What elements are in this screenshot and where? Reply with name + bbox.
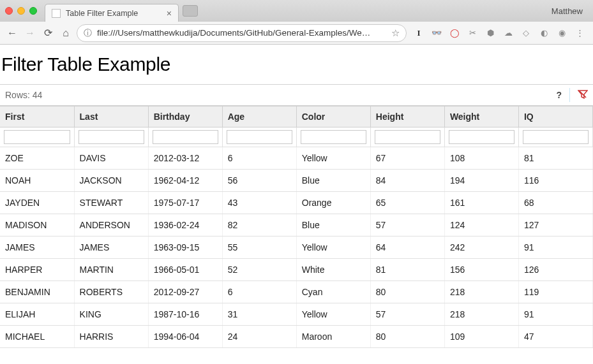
cell-age: 6 bbox=[222, 281, 296, 303]
cell-first: ELIJAH bbox=[0, 303, 74, 326]
filter-last[interactable] bbox=[79, 130, 144, 144]
cell-height: 57 bbox=[370, 214, 444, 237]
table-row[interactable]: JAMESJAMES1963-09-1555Yellow6424291 bbox=[0, 237, 593, 259]
table-row[interactable]: JAYDENSTEWART1975-07-1743Orange6516168 bbox=[0, 192, 593, 214]
profile-name[interactable]: Matthew bbox=[552, 6, 588, 16]
close-tab-button[interactable]: × bbox=[167, 8, 172, 18]
cell-color: Yellow bbox=[296, 237, 370, 259]
favicon-icon bbox=[52, 9, 61, 18]
cell-iq: 126 bbox=[518, 259, 592, 281]
table-row[interactable]: ZOEDAVIS2012-03-126Yellow6710881 bbox=[0, 147, 593, 170]
col-header-first[interactable]: First bbox=[0, 106, 74, 127]
cell-color: Yellow bbox=[296, 303, 370, 326]
forward-button[interactable]: → bbox=[23, 26, 37, 40]
page-content: Filter Table Example Rows: 44 ? First La… bbox=[0, 45, 593, 348]
svg-line-0 bbox=[580, 91, 586, 98]
cell-weight: 218 bbox=[444, 281, 518, 303]
col-header-iq[interactable]: IQ bbox=[518, 106, 592, 127]
menu-button[interactable]: ⋮ bbox=[574, 27, 585, 39]
cell-height: 80 bbox=[370, 281, 444, 303]
cell-last: HARRIS bbox=[74, 326, 148, 348]
filter-birthday[interactable] bbox=[153, 130, 218, 144]
back-button[interactable]: ← bbox=[5, 26, 19, 40]
cell-iq: 116 bbox=[518, 170, 592, 192]
extension-icon[interactable]: ✂ bbox=[467, 27, 478, 39]
cell-birthday: 2012-09-27 bbox=[148, 281, 222, 303]
cell-first: NOAH bbox=[0, 170, 74, 192]
cell-first: MADISON bbox=[0, 214, 74, 237]
browser-tab[interactable]: Table Filter Example × bbox=[45, 4, 179, 22]
col-header-last[interactable]: Last bbox=[74, 106, 148, 127]
cell-height: 80 bbox=[370, 326, 444, 348]
table-row[interactable]: MICHAELHARRIS1994-06-0424Maroon8010947 bbox=[0, 326, 593, 348]
cell-height: 57 bbox=[370, 303, 444, 326]
help-button[interactable]: ? bbox=[556, 90, 562, 100]
cell-color: White bbox=[296, 259, 370, 281]
cell-birthday: 2012-03-12 bbox=[148, 147, 222, 170]
table-row[interactable]: MADISONANDERSON1936-02-2482Blue57124127 bbox=[0, 214, 593, 237]
cell-last: DAVIS bbox=[74, 147, 148, 170]
cell-birthday: 1975-07-17 bbox=[148, 192, 222, 214]
filter-row bbox=[0, 127, 593, 147]
col-header-age[interactable]: Age bbox=[222, 106, 296, 127]
maximize-window-button[interactable] bbox=[29, 7, 37, 15]
cell-age: 82 bbox=[222, 214, 296, 237]
cell-color: Blue bbox=[296, 170, 370, 192]
cell-age: 43 bbox=[222, 192, 296, 214]
extension-icon[interactable]: ◐ bbox=[538, 27, 550, 39]
address-bar[interactable]: ⓘ file:///Users/matthewkudija/Documents/… bbox=[77, 24, 407, 42]
filter-height[interactable] bbox=[375, 130, 440, 144]
table-row[interactable]: BENJAMINROBERTS2012-09-276Cyan80218119 bbox=[0, 281, 593, 303]
table-row[interactable]: ELIJAHKING1987-10-1631Yellow5721891 bbox=[0, 303, 593, 326]
extension-icon[interactable]: 👓 bbox=[431, 27, 442, 39]
col-header-height[interactable]: Height bbox=[370, 106, 444, 127]
cell-color: Orange bbox=[296, 192, 370, 214]
titlebar: Table Filter Example × Matthew bbox=[0, 0, 593, 22]
table-row[interactable]: HARPERMARTIN1966-05-0152White81156126 bbox=[0, 259, 593, 281]
col-header-color[interactable]: Color bbox=[296, 106, 370, 127]
close-window-button[interactable] bbox=[5, 7, 13, 15]
new-tab-button[interactable] bbox=[183, 5, 198, 17]
cell-weight: 218 bbox=[444, 303, 518, 326]
cell-first: ZOE bbox=[0, 147, 74, 170]
bookmark-star-icon[interactable]: ☆ bbox=[391, 27, 400, 39]
minimize-window-button[interactable] bbox=[17, 7, 25, 15]
filter-iq[interactable] bbox=[523, 130, 589, 144]
cell-first: JAMES bbox=[0, 237, 74, 259]
info-icon: ⓘ bbox=[84, 27, 92, 39]
cell-weight: 194 bbox=[444, 170, 518, 192]
cell-iq: 47 bbox=[518, 326, 592, 348]
cell-weight: 108 bbox=[444, 147, 518, 170]
cell-iq: 81 bbox=[518, 147, 592, 170]
cell-first: JAYDEN bbox=[0, 192, 74, 214]
extension-icon[interactable]: ⬢ bbox=[484, 27, 496, 39]
cell-birthday: 1962-04-12 bbox=[148, 170, 222, 192]
filter-color[interactable] bbox=[301, 130, 366, 144]
col-header-birthday[interactable]: Birthday bbox=[148, 106, 222, 127]
toolbar-separator bbox=[569, 88, 570, 102]
cell-first: HARPER bbox=[0, 259, 74, 281]
cell-height: 67 bbox=[370, 147, 444, 170]
cell-iq: 127 bbox=[518, 214, 592, 237]
col-header-weight[interactable]: Weight bbox=[444, 106, 518, 127]
browser-chrome: Table Filter Example × Matthew ← → ⟳ ⌂ ⓘ… bbox=[0, 0, 593, 45]
cell-age: 6 bbox=[222, 147, 296, 170]
cell-birthday: 1994-06-04 bbox=[148, 326, 222, 348]
home-button[interactable]: ⌂ bbox=[59, 26, 73, 40]
extension-icon[interactable]: ◉ bbox=[556, 27, 567, 39]
url-text: file:///Users/matthewkudija/Documents/Gi… bbox=[97, 28, 370, 38]
filter-first[interactable] bbox=[4, 130, 70, 144]
table-body: ZOEDAVIS2012-03-126Yellow6710881NOAHJACK… bbox=[0, 147, 593, 348]
extension-icon[interactable]: ☁ bbox=[502, 27, 514, 39]
table-row[interactable]: NOAHJACKSON1962-04-1256Blue84194116 bbox=[0, 170, 593, 192]
extension-icon[interactable]: I bbox=[413, 27, 424, 39]
cell-iq: 119 bbox=[518, 281, 592, 303]
clear-filters-button[interactable] bbox=[578, 89, 588, 101]
cell-first: BENJAMIN bbox=[0, 281, 74, 303]
filter-weight[interactable] bbox=[449, 130, 514, 144]
extension-icon[interactable]: ◯ bbox=[449, 27, 460, 39]
extension-icon[interactable]: ◇ bbox=[520, 27, 532, 39]
browser-toolbar: ← → ⟳ ⌂ ⓘ file:///Users/matthewkudija/Do… bbox=[0, 22, 593, 45]
reload-button[interactable]: ⟳ bbox=[41, 26, 55, 40]
filter-age[interactable] bbox=[227, 130, 292, 144]
